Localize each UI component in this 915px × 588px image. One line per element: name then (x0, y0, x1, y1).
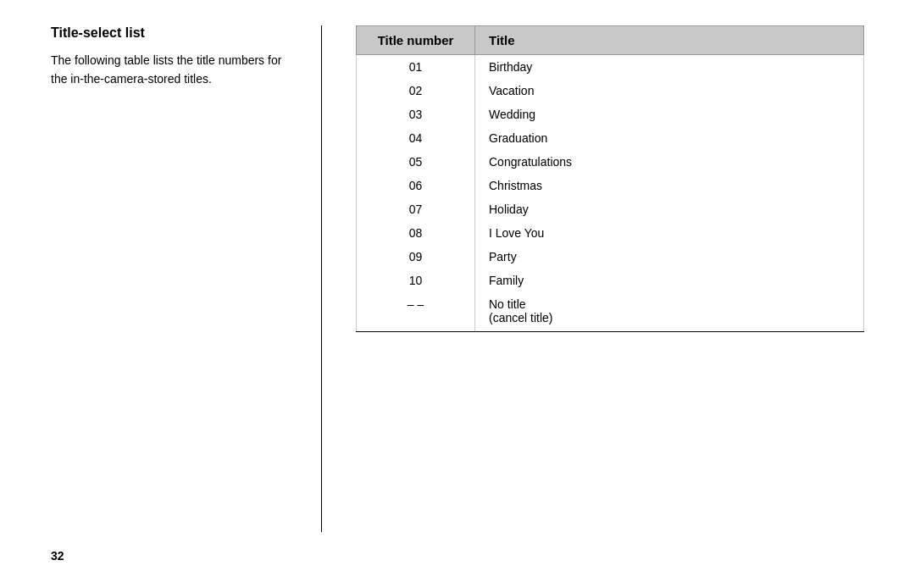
row-title: Family (475, 269, 864, 292)
table-row: 06Christmas (357, 174, 864, 197)
row-number: 08 (357, 221, 475, 245)
row-title: I Love You (475, 221, 864, 245)
row-number: 02 (357, 79, 475, 103)
row-number: 03 (357, 103, 475, 126)
right-panel: Title number Title 01Birthday02Vacation0… (322, 25, 864, 532)
table-row: 10Family (357, 269, 864, 292)
col-header-title: Title (475, 26, 864, 55)
col-header-number: Title number (357, 26, 475, 55)
content-area: Title-select list The following table li… (51, 25, 864, 532)
section-description: The following table lists the title numb… (51, 51, 296, 89)
table-row: 01Birthday (357, 55, 864, 80)
table-row: 05Congratulations (357, 150, 864, 174)
row-number: 05 (357, 150, 475, 174)
page-container: Title-select list The following table li… (0, 0, 915, 588)
row-number: 06 (357, 174, 475, 197)
table-row: 09Party (357, 245, 864, 269)
left-panel: Title-select list The following table li… (51, 25, 322, 532)
table-header-row: Title number Title (357, 26, 864, 55)
row-number: 07 (357, 197, 475, 221)
row-number: 04 (357, 126, 475, 150)
section-title: Title-select list (51, 25, 296, 41)
row-title: Vacation (475, 79, 864, 103)
table-row: 04Graduation (357, 126, 864, 150)
table-row: 03Wedding (357, 103, 864, 126)
title-table: Title number Title 01Birthday02Vacation0… (356, 25, 864, 332)
row-number: 01 (357, 55, 475, 80)
row-title: Party (475, 245, 864, 269)
row-title: Wedding (475, 103, 864, 126)
row-title: Christmas (475, 174, 864, 197)
row-title: Holiday (475, 197, 864, 221)
table-row: 07Holiday (357, 197, 864, 221)
row-title: No title(cancel title) (475, 292, 864, 332)
row-number: 10 (357, 269, 475, 292)
row-number: – – (357, 292, 475, 332)
row-title: Graduation (475, 126, 864, 150)
table-row: 02Vacation (357, 79, 864, 103)
table-row: – –No title(cancel title) (357, 292, 864, 332)
row-title: Birthday (475, 55, 864, 80)
table-row: 08I Love You (357, 221, 864, 245)
page-number: 32 (51, 532, 864, 563)
row-number: 09 (357, 245, 475, 269)
row-title: Congratulations (475, 150, 864, 174)
